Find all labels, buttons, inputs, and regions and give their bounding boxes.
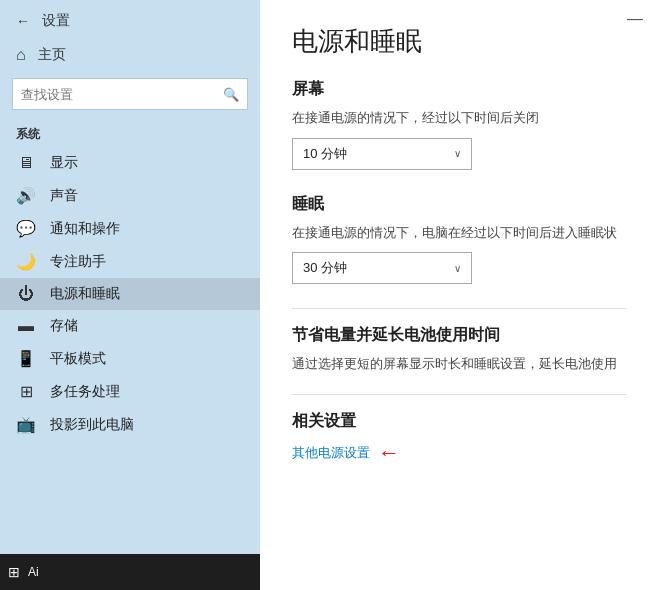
sleep-dropdown[interactable]: 30 分钟 ∨ bbox=[292, 252, 472, 284]
search-box[interactable]: 🔍 bbox=[12, 78, 248, 110]
sidebar-item-project[interactable]: 📺 投影到此电脑 bbox=[0, 408, 260, 441]
main-content: — 电源和睡眠 屏幕 在接通电源的情况下，经过以下时间后关闭 10 分钟 ∨ 睡… bbox=[260, 0, 659, 590]
sidebar-item-label: 声音 bbox=[50, 187, 78, 205]
tablet-icon: 📱 bbox=[16, 349, 36, 368]
sidebar-item-label: 平板模式 bbox=[50, 350, 106, 368]
minimize-button[interactable]: — bbox=[627, 10, 643, 28]
sidebar-item-display[interactable]: 🖥 显示 bbox=[0, 147, 260, 179]
sidebar-title: 设置 bbox=[42, 12, 70, 30]
taskbar: ⊞ Ai bbox=[0, 554, 260, 590]
sidebar: ← 设置 ⌂ 主页 🔍 系统 🖥 显示 🔊 声音 💬 通知和操作 🌙 专注助手 … bbox=[0, 0, 260, 590]
notifications-icon: 💬 bbox=[16, 219, 36, 238]
sidebar-item-focus[interactable]: 🌙 专注助手 bbox=[0, 245, 260, 278]
chevron-down-icon: ∨ bbox=[454, 148, 461, 159]
ai-label: Ai bbox=[28, 565, 39, 579]
display-icon: 🖥 bbox=[16, 154, 36, 172]
screen-dropdown-value: 10 分钟 bbox=[303, 145, 347, 163]
storage-icon: ▬ bbox=[16, 317, 36, 335]
project-icon: 📺 bbox=[16, 415, 36, 434]
divider bbox=[292, 308, 627, 309]
sidebar-item-label: 电源和睡眠 bbox=[50, 285, 120, 303]
focus-icon: 🌙 bbox=[16, 252, 36, 271]
home-label: 主页 bbox=[38, 46, 66, 64]
battery-section: 节省电量并延长电池使用时间 通过选择更短的屏幕显示时长和睡眠设置，延长电池使用 bbox=[292, 325, 627, 374]
related-section: 相关设置 其他电源设置 ← bbox=[292, 411, 627, 466]
sidebar-item-label: 存储 bbox=[50, 317, 78, 335]
screen-dropdown[interactable]: 10 分钟 ∨ bbox=[292, 138, 472, 170]
arrow-indicator: ← bbox=[378, 440, 400, 466]
divider2 bbox=[292, 394, 627, 395]
sidebar-item-label: 显示 bbox=[50, 154, 78, 172]
system-section-label: 系统 bbox=[0, 120, 260, 147]
screen-section: 屏幕 在接通电源的情况下，经过以下时间后关闭 10 分钟 ∨ bbox=[292, 79, 627, 170]
sleep-section: 睡眠 在接通电源的情况下，电脑在经过以下时间后进入睡眠状 30 分钟 ∨ bbox=[292, 194, 627, 285]
windows-logo: ⊞ bbox=[8, 564, 20, 580]
power-icon: ⏻ bbox=[16, 285, 36, 303]
battery-section-desc: 通过选择更短的屏幕显示时长和睡眠设置，延长电池使用 bbox=[292, 354, 627, 374]
related-section-title: 相关设置 bbox=[292, 411, 627, 432]
sidebar-header: ← 设置 bbox=[0, 0, 260, 38]
search-icon: 🔍 bbox=[223, 87, 239, 102]
screen-section-desc: 在接通电源的情况下，经过以下时间后关闭 bbox=[292, 108, 627, 128]
battery-section-title: 节省电量并延长电池使用时间 bbox=[292, 325, 627, 346]
sidebar-item-sound[interactable]: 🔊 声音 bbox=[0, 179, 260, 212]
sidebar-item-power[interactable]: ⏻ 电源和睡眠 bbox=[0, 278, 260, 310]
sidebar-item-label: 通知和操作 bbox=[50, 220, 120, 238]
search-input[interactable] bbox=[21, 87, 223, 102]
back-button[interactable]: ← bbox=[16, 13, 30, 29]
sidebar-item-label: 多任务处理 bbox=[50, 383, 120, 401]
multitask-icon: ⊞ bbox=[16, 382, 36, 401]
screen-section-title: 屏幕 bbox=[292, 79, 627, 100]
sidebar-item-label: 投影到此电脑 bbox=[50, 416, 134, 434]
sidebar-item-label: 专注助手 bbox=[50, 253, 106, 271]
sidebar-item-tablet[interactable]: 📱 平板模式 bbox=[0, 342, 260, 375]
sleep-dropdown-value: 30 分钟 bbox=[303, 259, 347, 277]
other-power-settings-link[interactable]: 其他电源设置 bbox=[292, 444, 370, 462]
sidebar-item-storage[interactable]: ▬ 存储 bbox=[0, 310, 260, 342]
home-icon: ⌂ bbox=[16, 46, 26, 64]
page-title: 电源和睡眠 bbox=[292, 24, 627, 59]
sleep-section-title: 睡眠 bbox=[292, 194, 627, 215]
sidebar-item-home[interactable]: ⌂ 主页 bbox=[0, 38, 260, 72]
sound-icon: 🔊 bbox=[16, 186, 36, 205]
sidebar-item-multitask[interactable]: ⊞ 多任务处理 bbox=[0, 375, 260, 408]
sidebar-item-notifications[interactable]: 💬 通知和操作 bbox=[0, 212, 260, 245]
chevron-down-icon: ∨ bbox=[454, 263, 461, 274]
sleep-section-desc: 在接通电源的情况下，电脑在经过以下时间后进入睡眠状 bbox=[292, 223, 627, 243]
